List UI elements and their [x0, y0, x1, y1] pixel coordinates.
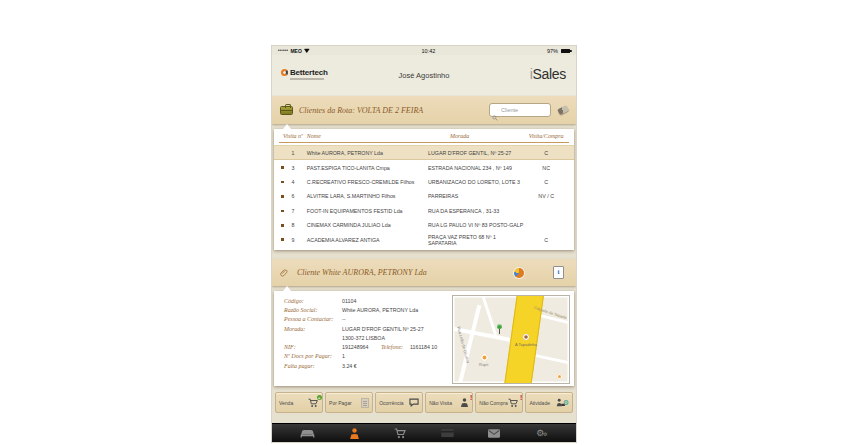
por-pagar-label: Por Pagar: [329, 400, 352, 406]
carrier-label: MEO: [290, 48, 301, 54]
panel-notch: [283, 286, 291, 291]
table-row[interactable]: 4 C.RECREATIVO FRESCO-CREMILDE Filhos UR…: [274, 175, 574, 189]
map-poi-icon: [481, 354, 488, 361]
tab-documents-card[interactable]: [436, 429, 458, 437]
row-bullet-icon: [281, 181, 284, 184]
row-bullet-icon: [281, 224, 284, 227]
activity-icon: ⚙: [556, 398, 569, 407]
pessoa-value: --: [342, 316, 346, 322]
tab-clients-person[interactable]: [343, 428, 365, 439]
row-num: 1: [279, 150, 307, 156]
speech-bubble-icon: [409, 398, 419, 407]
wifi-icon: [304, 48, 310, 53]
bottom-tab-bar: ⚙: [272, 423, 576, 442]
client-detail-panel: Código:01104 Razão Social:White AURORA, …: [274, 291, 574, 386]
client-location-map[interactable]: Rua Leão de Oliveira Calçada da Tapada A…: [452, 295, 570, 384]
row-name: ALVITRE LARA, S.MARTINHO Filhos: [307, 193, 428, 199]
row-status: C: [523, 237, 569, 243]
telefone-label: Telefone:: [381, 344, 403, 350]
row-bullet-icon: [281, 210, 284, 213]
row-status: NV / C: [523, 193, 569, 199]
por-pagar-button[interactable]: Por Pagar: [325, 392, 373, 413]
client-info-doc-icon[interactable]: i: [553, 266, 564, 279]
row-status: C: [523, 179, 569, 185]
client-section-bar: Cliente White AURORA, PETRONY Lda i: [272, 259, 576, 286]
ocorrencia-label: Ocorrência: [379, 400, 403, 406]
person-alert-icon: !: [460, 398, 469, 407]
row-name: White AURORA, PETRONY Lda: [307, 150, 428, 156]
col-visita-compra: Visita/Compra: [523, 133, 569, 139]
nif-label: NIF:: [284, 344, 342, 350]
battery-icon: [561, 49, 570, 53]
action-button-row: Venda + Por Pagar Ocorrência Não Visita …: [275, 392, 573, 413]
row-bullet-icon: [281, 166, 284, 169]
map-road: [480, 295, 497, 335]
morada-value-line1: LUGAR D'FROF GENTIL Nº 25-27: [342, 326, 424, 332]
nif-value: 191248964: [342, 344, 369, 350]
ocorrencia-button[interactable]: Ocorrência: [375, 392, 423, 413]
map-poi-icon: [523, 334, 529, 340]
table-row[interactable]: 8 CINEMAX CARMINDA JULIAO Lda RUA LG PAU…: [274, 218, 574, 232]
card-icon: [441, 429, 454, 437]
codigo-value: 01104: [342, 298, 356, 304]
tab-messages-mail[interactable]: [483, 429, 505, 438]
eraser-icon[interactable]: [557, 105, 569, 115]
search-icon: [492, 107, 498, 125]
app-header: Bettertech José Agostinho iSales: [272, 55, 576, 96]
tab-settings-gears[interactable]: ⚙: [529, 429, 551, 438]
col-morada: Morada: [428, 133, 523, 139]
nao-compra-button[interactable]: Não Compra !: [475, 392, 523, 413]
cart-icon: [394, 428, 407, 439]
row-bullet-icon: [281, 195, 284, 198]
map-poi-label: Rupit: [479, 362, 488, 367]
pie-chart-icon[interactable]: [514, 268, 524, 278]
table-row[interactable]: 3 PAST.ESPIGA TICO-LANITA Cmpa ESTRADA N…: [274, 160, 574, 174]
row-address: URBANIZACAO DO LORETO, LOTE 3: [428, 179, 523, 185]
tab-routes-car[interactable]: [297, 428, 319, 438]
row-address: LUGAR D'FROF GENTIL, Nº 25-27: [428, 150, 523, 156]
tab-sales-cart[interactable]: [390, 428, 412, 439]
atividade-label: Atividade: [529, 400, 550, 406]
row-name: FOOT-IN EQUIPAMENTOS FESTID Lda: [307, 208, 428, 214]
row-name: CINEMAX CARMINDA JULIAO Lda: [307, 222, 428, 228]
briefcase-icon: [280, 106, 293, 115]
row-name: PAST.ESPIGA TICO-LANITA Cmpa: [307, 165, 428, 171]
row-address: RUA LG PAULO VI Nº 83 POSTO-GALP: [428, 222, 523, 228]
clients-table-panel: Visita nº Nome Morada Visita/Compra 1 Wh…: [274, 129, 574, 250]
row-name: C.RECREATIVO FRESCO-CREMILDE Filhos: [307, 179, 428, 185]
venda-label: Venda: [279, 400, 293, 406]
map-poi-icon: [557, 374, 562, 379]
atividade-button[interactable]: Atividade ⚙: [525, 392, 573, 413]
mail-icon: [488, 429, 500, 438]
table-row[interactable]: 7 FOOT-IN EQUIPAMENTOS FESTID Lda RUA DA…: [274, 204, 574, 218]
status-time: 10:42: [422, 48, 436, 54]
row-bullet-icon: [281, 238, 284, 241]
col-visita-num: Visita nº: [279, 133, 307, 139]
row-status: C: [523, 150, 569, 156]
docs-label: Nº Docs por Pagar:: [284, 353, 342, 359]
venda-button[interactable]: Venda +: [275, 392, 323, 413]
app-title: iSales: [530, 66, 566, 82]
gears-icon: ⚙: [536, 429, 544, 438]
col-nome: Nome: [307, 133, 428, 139]
table-row[interactable]: 1 White AURORA, PETRONY Lda LUGAR D'FROF…: [274, 145, 574, 160]
table-row[interactable]: 9 ACADEMIA ALVAREZ ANTIGA PRAÇA VAZ PRET…: [274, 232, 574, 246]
map-pin-icon: [497, 324, 502, 329]
pessoa-label: Pessoa a Contactar:: [284, 316, 342, 322]
nao-visita-button[interactable]: Não Visita !: [425, 392, 473, 413]
codigo-label: Código:: [284, 298, 342, 304]
receipt-icon: [361, 398, 369, 408]
falta-value: 3.24 €: [342, 363, 357, 369]
falta-label: Falta pagar:: [284, 363, 342, 369]
map-road: [533, 354, 570, 366]
row-status: NC: [523, 165, 569, 171]
ios-status-bar: ••••• MEO 10:42 97%: [272, 46, 576, 55]
morada-label: Morada:: [284, 326, 342, 332]
table-row[interactable]: 6 ALVITRE LARA, S.MARTINHO Filhos PARREI…: [274, 189, 574, 203]
telefone-value: 1161184 10: [410, 344, 437, 350]
battery-percent: 97%: [547, 48, 558, 54]
client-search-input[interactable]: [489, 103, 551, 117]
razao-label: Razão Social:: [284, 307, 342, 313]
row-name: ACADEMIA ALVAREZ ANTIGA: [307, 237, 428, 243]
car-icon: [300, 428, 315, 438]
